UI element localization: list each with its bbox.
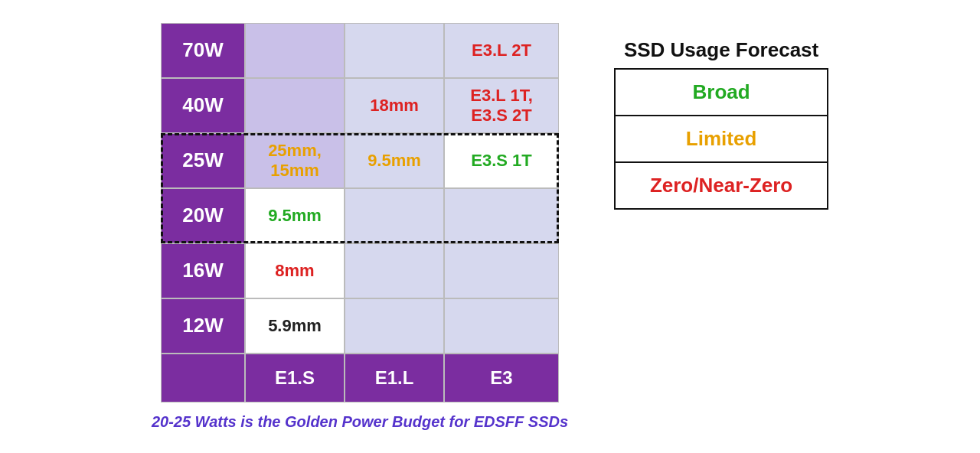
legend-section: SSD Usage Forecast Broad Limited Zero/Ne… bbox=[614, 38, 828, 210]
cell-12w-e1s: 5.9mm bbox=[245, 298, 345, 354]
legend-item-broad: Broad bbox=[616, 70, 827, 115]
main-container: 70W E3.L 2T 40W 18mm E3.L 1T, E3.S 2T 25… bbox=[121, 8, 859, 446]
edsff-grid: 70W E3.L 2T 40W 18mm E3.L 1T, E3.S 2T 25… bbox=[161, 23, 559, 402]
watt-40w: 40W bbox=[161, 78, 245, 133]
cell-16w-e1l bbox=[345, 243, 444, 298]
footnote-text: 20-25 Watts is the Golden Power Budget f… bbox=[152, 413, 568, 431]
header-blank bbox=[161, 354, 245, 402]
header-e1l: E1.L bbox=[345, 354, 444, 402]
cell-16w-e3 bbox=[444, 243, 559, 298]
legend-item-zero: Zero/Near-Zero bbox=[616, 161, 827, 208]
legend-item-limited: Limited bbox=[616, 115, 827, 161]
cell-70w-e3: E3.L 2T bbox=[444, 23, 559, 78]
cell-40w-e1l: 18mm bbox=[345, 78, 444, 133]
watt-16w: 16W bbox=[161, 243, 245, 298]
cell-20w-e1l bbox=[345, 188, 444, 243]
cell-40w-e3: E3.L 1T, E3.S 2T bbox=[444, 78, 559, 133]
cell-12w-e1l bbox=[345, 298, 444, 354]
legend-title: SSD Usage Forecast bbox=[624, 38, 818, 62]
cell-20w-e1s: 9.5mm bbox=[245, 188, 345, 243]
grid-container: 70W E3.L 2T 40W 18mm E3.L 1T, E3.S 2T 25… bbox=[161, 23, 559, 402]
grid-wrapper: 70W E3.L 2T 40W 18mm E3.L 1T, E3.S 2T 25… bbox=[152, 23, 568, 431]
cell-70w-e1l bbox=[345, 23, 444, 78]
cell-20w-e3 bbox=[444, 188, 559, 243]
watt-20w: 20W bbox=[161, 188, 245, 243]
legend-box: Broad Limited Zero/Near-Zero bbox=[614, 68, 828, 210]
watt-70w: 70W bbox=[161, 23, 245, 78]
header-e3: E3 bbox=[444, 354, 559, 402]
cell-40w-e1s bbox=[245, 78, 345, 133]
header-e1s: E1.S bbox=[245, 354, 345, 402]
watt-25w: 25W bbox=[161, 133, 245, 188]
cell-12w-e3 bbox=[444, 298, 559, 354]
watt-12w: 12W bbox=[161, 298, 245, 354]
cell-25w-e1l: 9.5mm bbox=[345, 133, 444, 188]
cell-25w-e3: E3.S 1T bbox=[444, 133, 559, 188]
cell-16w-e1s: 8mm bbox=[245, 243, 345, 298]
cell-25w-e1s: 25mm, 15mm bbox=[245, 133, 345, 188]
cell-70w-e1s bbox=[245, 23, 345, 78]
